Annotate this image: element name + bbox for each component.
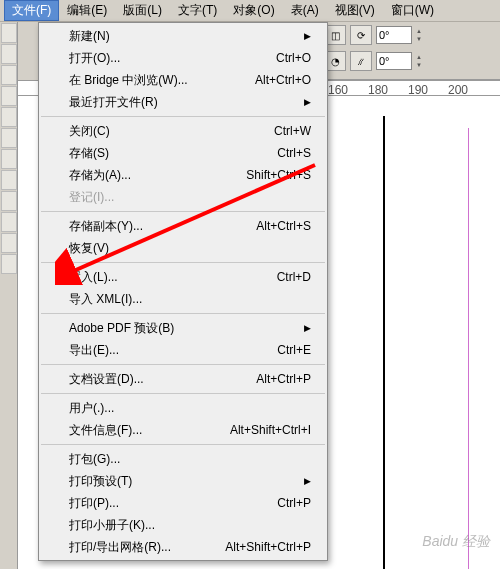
menu-item[interactable]: 打包(G)... [39, 448, 327, 470]
menu-item[interactable]: 打印小册子(K)... [39, 514, 327, 536]
menu-item-shortcut: Ctrl+S [277, 145, 311, 161]
submenu-arrow-icon: ▶ [300, 28, 311, 44]
menu-item-label: 文档设置(D)... [69, 371, 144, 387]
watermark: Baidu 经验 [422, 533, 490, 551]
rotation-field-1[interactable]: 0° [376, 26, 412, 44]
menubar-item[interactable]: 版面(L) [115, 0, 170, 21]
menu-item-label: 登记(I)... [69, 189, 114, 205]
menu-separator [41, 393, 325, 394]
rotation-field-2[interactable]: 0° [376, 52, 412, 70]
menubar-item[interactable]: 窗口(W) [383, 0, 442, 21]
menu-separator [41, 444, 325, 445]
margin-guide [468, 128, 469, 569]
menu-item-label: 导出(E)... [69, 342, 119, 358]
menu-item[interactable]: 打印(P)...Ctrl+P [39, 492, 327, 514]
menubar-item[interactable]: 表(A) [283, 0, 327, 21]
tool-slot[interactable] [1, 44, 17, 64]
menu-item[interactable]: 最近打开文件(R)▶ [39, 91, 327, 113]
ruler-tick: 200 [448, 83, 468, 97]
tool-slot[interactable] [1, 23, 17, 43]
menu-item-shortcut: Alt+Ctrl+P [256, 371, 311, 387]
menu-item-label: 在 Bridge 中浏览(W)... [69, 72, 188, 88]
submenu-arrow-icon: ▶ [300, 473, 311, 489]
menu-item[interactable]: 新建(N)▶ [39, 25, 327, 47]
tool-slot[interactable] [1, 212, 17, 232]
menu-item[interactable]: Adobe PDF 预设(B)▶ [39, 317, 327, 339]
menu-item-shortcut: Ctrl+W [274, 123, 311, 139]
menu-item-shortcut: Ctrl+O [276, 50, 311, 66]
menu-item-label: 文件信息(F)... [69, 422, 142, 438]
tool-slot[interactable] [1, 107, 17, 127]
menu-item[interactable]: 恢复(V) [39, 237, 327, 259]
tool-slot[interactable] [1, 233, 17, 253]
options-toolbar: ◫ ⟳ 0° ◔ ⫽ 0° [320, 22, 500, 80]
tool-slot[interactable] [1, 128, 17, 148]
menu-item-shortcut: Alt+Ctrl+S [256, 218, 311, 234]
menu-item[interactable]: 置入(L)...Ctrl+D [39, 266, 327, 288]
menu-item[interactable]: 存储(S)Ctrl+S [39, 142, 327, 164]
menubar-item[interactable]: 视图(V) [327, 0, 383, 21]
rotate-icon: ⟳ [350, 25, 372, 45]
shear-icon: ⫽ [350, 51, 372, 71]
menu-separator [41, 364, 325, 365]
tools-panel [0, 22, 18, 569]
menu-item[interactable]: 文件信息(F)...Alt+Shift+Ctrl+I [39, 419, 327, 441]
menubar-item[interactable]: 文字(T) [170, 0, 225, 21]
menu-item[interactable]: 存储为(A)...Shift+Ctrl+S [39, 164, 327, 186]
menu-item[interactable]: 关闭(C)Ctrl+W [39, 120, 327, 142]
menu-item-label: 打印(P)... [69, 495, 119, 511]
menu-item[interactable]: 存储副本(Y)...Alt+Ctrl+S [39, 215, 327, 237]
menu-item[interactable]: 用户(.)... [39, 397, 327, 419]
menu-item[interactable]: 打开(O)...Ctrl+O [39, 47, 327, 69]
menu-item-label: 打印小册子(K)... [69, 517, 155, 533]
file-menu-dropdown: 新建(N)▶打开(O)...Ctrl+O在 Bridge 中浏览(W)...Al… [38, 22, 328, 561]
menubar-item[interactable]: 对象(O) [225, 0, 282, 21]
menu-item[interactable]: 打印/导出网格(R)...Alt+Shift+Ctrl+P [39, 536, 327, 558]
menu-item-label: 打印预设(T) [69, 473, 132, 489]
tool-slot[interactable] [1, 65, 17, 85]
tool-slot[interactable] [1, 170, 17, 190]
menu-item-shortcut: Ctrl+D [277, 269, 311, 285]
stepper-1[interactable] [416, 26, 428, 44]
menu-item-shortcut: Shift+Ctrl+S [246, 167, 311, 183]
menu-item-label: 最近打开文件(R) [69, 94, 158, 110]
menu-separator [41, 211, 325, 212]
tool-slot[interactable] [1, 86, 17, 106]
stepper-2[interactable] [416, 52, 428, 70]
menu-item-label: 打印/导出网格(R)... [69, 539, 171, 555]
menu-item-label: 存储副本(Y)... [69, 218, 143, 234]
menu-item-label: 新建(N) [69, 28, 110, 44]
menu-item-label: 导入 XML(I)... [69, 291, 142, 307]
menu-item-shortcut: Alt+Shift+Ctrl+I [230, 422, 311, 438]
menu-item-label: 打开(O)... [69, 50, 120, 66]
menu-separator [41, 262, 325, 263]
menu-item[interactable]: 导入 XML(I)... [39, 288, 327, 310]
ruler-tick: 180 [368, 83, 388, 97]
menu-item-label: 置入(L)... [69, 269, 118, 285]
menu-item-label: 存储为(A)... [69, 167, 131, 183]
menu-item-shortcut: Alt+Shift+Ctrl+P [225, 539, 311, 555]
menu-item[interactable]: 文档设置(D)...Alt+Ctrl+P [39, 368, 327, 390]
menu-separator [41, 116, 325, 117]
menubar: 文件(F)编辑(E)版面(L)文字(T)对象(O)表(A)视图(V)窗口(W) [0, 0, 500, 22]
tool-slot[interactable] [1, 254, 17, 274]
menu-item-label: Adobe PDF 预设(B) [69, 320, 174, 336]
menu-item-shortcut: Alt+Ctrl+O [255, 72, 311, 88]
menu-item-shortcut: Ctrl+P [277, 495, 311, 511]
tool-slot[interactable] [1, 191, 17, 211]
menu-item-label: 用户(.)... [69, 400, 114, 416]
menu-item-label: 存储(S) [69, 145, 109, 161]
menubar-item[interactable]: 文件(F) [4, 0, 59, 21]
tool-slot[interactable] [1, 149, 17, 169]
menu-item-label: 关闭(C) [69, 123, 110, 139]
menu-item[interactable]: 导出(E)...Ctrl+E [39, 339, 327, 361]
menu-separator [41, 313, 325, 314]
menu-item[interactable]: 打印预设(T)▶ [39, 470, 327, 492]
menu-item: 登记(I)... [39, 186, 327, 208]
page-edge [383, 116, 385, 569]
submenu-arrow-icon: ▶ [300, 94, 311, 110]
ruler-tick: 190 [408, 83, 428, 97]
menubar-item[interactable]: 编辑(E) [59, 0, 115, 21]
menu-item[interactable]: 在 Bridge 中浏览(W)...Alt+Ctrl+O [39, 69, 327, 91]
ruler-tick: 160 [328, 83, 348, 97]
